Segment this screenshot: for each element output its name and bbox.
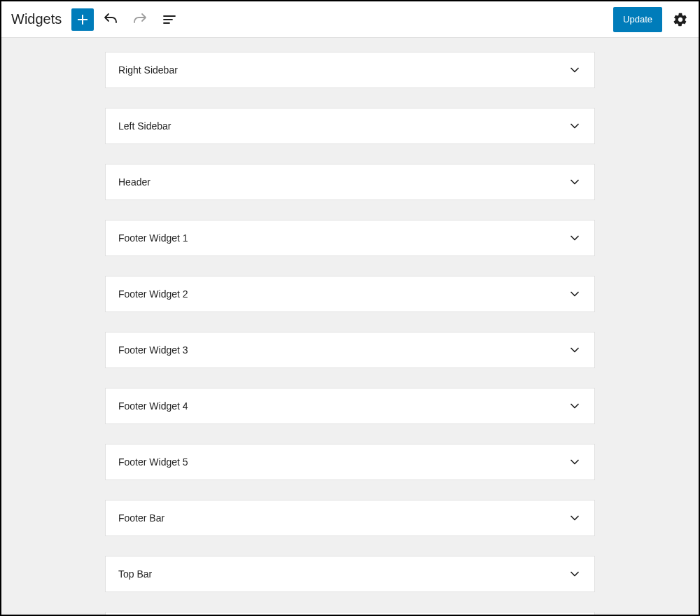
chevron-down-icon xyxy=(568,231,582,245)
widget-area-panel: Top Bar xyxy=(105,556,595,592)
undo-icon xyxy=(102,11,119,28)
redo-button[interactable] xyxy=(127,7,153,32)
chevron-down-icon xyxy=(568,63,582,77)
widget-area-title: Footer Bar xyxy=(118,512,164,524)
widget-area-title: Header xyxy=(118,176,150,188)
toolbar-left: Widgets xyxy=(7,7,182,32)
widget-area-panel: Footer Widget 3 xyxy=(105,332,595,368)
widget-area-panel: Footer Widget 1 xyxy=(105,220,595,256)
widget-area-toggle[interactable]: Top Bar xyxy=(106,556,594,592)
widget-area-panel: Footer Widget 4 xyxy=(105,388,595,424)
widget-area-title: Footer Widget 3 xyxy=(118,344,188,356)
widget-area-title: Left Sidebar xyxy=(118,120,172,132)
chevron-down-icon xyxy=(568,399,582,413)
widget-area-panel: Header xyxy=(105,164,595,200)
widget-area-title: Footer Widget 4 xyxy=(118,400,188,412)
widget-area-panel xyxy=(105,612,595,615)
settings-button[interactable] xyxy=(668,7,693,32)
widget-area-panel: Footer Widget 5 xyxy=(105,444,595,480)
page-title: Widgets xyxy=(11,11,62,27)
chevron-down-icon xyxy=(568,119,582,133)
widget-area-title: Footer Widget 2 xyxy=(118,288,188,300)
content-area[interactable]: Right Sidebar Left Sidebar Header Foot xyxy=(1,38,699,615)
chevron-down-icon xyxy=(568,343,582,357)
widget-area-title: Footer Widget 5 xyxy=(118,456,188,468)
widget-area-panel: Footer Widget 2 xyxy=(105,276,595,312)
widget-list: Right Sidebar Left Sidebar Header Foot xyxy=(105,52,595,615)
widget-area-toggle[interactable]: Footer Widget 2 xyxy=(106,276,594,312)
widget-area-title: Footer Widget 1 xyxy=(118,232,188,244)
gear-icon xyxy=(673,12,688,27)
widget-area-title: Top Bar xyxy=(118,568,152,580)
widget-area-title: Right Sidebar xyxy=(118,64,178,76)
widget-area-toggle[interactable]: Right Sidebar xyxy=(106,52,594,88)
chevron-down-icon xyxy=(568,175,582,189)
widget-area-panel: Right Sidebar xyxy=(105,52,595,88)
editor-container: Widgets xyxy=(1,1,699,615)
widget-area-panel: Footer Bar xyxy=(105,500,595,536)
undo-button[interactable] xyxy=(98,7,123,32)
list-view-button[interactable] xyxy=(157,7,182,32)
toolbar-right: Update xyxy=(613,7,693,32)
chevron-down-icon xyxy=(568,455,582,469)
list-view-icon xyxy=(161,11,178,28)
widget-area-toggle[interactable]: Footer Widget 3 xyxy=(106,332,594,368)
widget-area-toggle[interactable]: Footer Widget 1 xyxy=(106,220,594,255)
widget-area-panel: Left Sidebar xyxy=(105,108,595,144)
update-button[interactable]: Update xyxy=(613,7,662,32)
widget-area-toggle[interactable]: Footer Widget 5 xyxy=(106,444,594,479)
top-toolbar: Widgets xyxy=(1,1,699,38)
redo-icon xyxy=(132,11,148,28)
widget-area-toggle[interactable]: Left Sidebar xyxy=(106,108,594,144)
add-block-button[interactable] xyxy=(71,8,94,31)
widget-area-toggle[interactable]: Footer Bar xyxy=(106,500,594,536)
chevron-down-icon xyxy=(568,567,582,581)
widget-area-toggle[interactable]: Header xyxy=(106,164,594,200)
chevron-down-icon xyxy=(568,511,582,525)
widget-area-toggle[interactable]: Footer Widget 4 xyxy=(106,388,594,424)
chevron-down-icon xyxy=(568,287,582,301)
plus-icon xyxy=(74,11,91,28)
